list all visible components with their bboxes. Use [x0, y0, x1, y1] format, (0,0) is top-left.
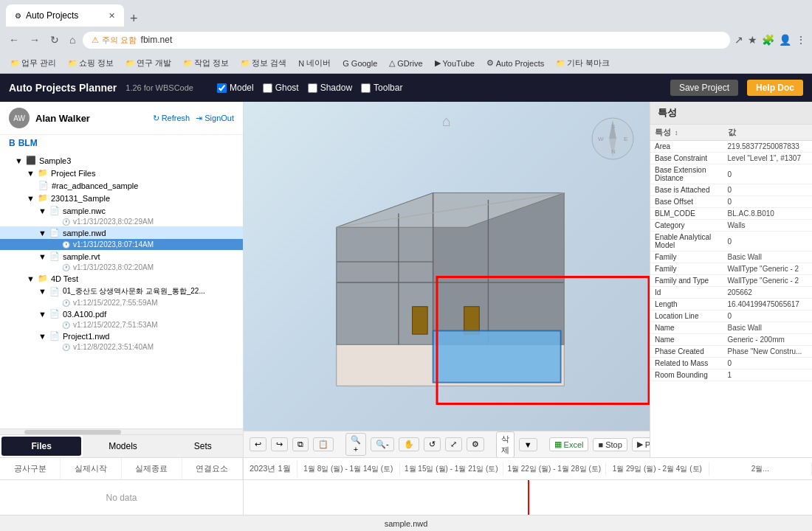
play-button[interactable]: ▶ Play: [632, 437, 650, 451]
sign-out-button[interactable]: ⇥ SignOut: [196, 114, 234, 123]
settings-button[interactable]: ⚙: [467, 437, 484, 451]
tree-item-sample-rvt[interactable]: ▼ 📄 sample.rvt: [0, 250, 243, 263]
tree-item-project1[interactable]: ▼ 📄 Project1.nwd: [0, 330, 243, 342]
compass: S N W E: [591, 117, 635, 161]
tab-sets[interactable]: Sets: [163, 435, 243, 457]
expand-icon: ▼: [15, 156, 23, 165]
undo-button[interactable]: ↩: [250, 437, 266, 451]
toolbar-checkbox[interactable]: Toolbar: [361, 83, 402, 93]
property-value: Generic - 200mm: [723, 334, 812, 346]
property-value: 0: [723, 184, 812, 196]
bookmark-button[interactable]: ★: [748, 34, 757, 46]
sort-icon: ↕: [675, 129, 678, 136]
main-content: AW Alan Walker ↻ Refresh ⇥ SignOut B BLM…: [0, 102, 812, 457]
timeline-col-construction: 공사구분: [0, 458, 61, 479]
home-icon[interactable]: ⌂: [442, 113, 451, 130]
ghost-checkbox[interactable]: Ghost: [263, 83, 299, 93]
excel-button[interactable]: ▦ Excel: [549, 437, 589, 451]
paste-button[interactable]: 📋: [313, 437, 334, 451]
bookmark-업무관리[interactable]: 📁 업무 관리: [6, 56, 61, 70]
bookmark-youtube[interactable]: ▶ YouTube: [430, 57, 479, 69]
address-input[interactable]: ⚠ 주의 요함 fbim.net: [83, 32, 730, 49]
property-name: BLM_CODE: [650, 208, 723, 220]
bookmark-autoprojects[interactable]: ⚙ Auto Projects: [482, 57, 548, 69]
reload-button[interactable]: ↻: [47, 32, 62, 47]
tree-item-sample3[interactable]: ▼ ⬛ Sample3: [0, 154, 243, 167]
tree-item-sample-nwd[interactable]: ▼ 📄 sample.nwd: [0, 226, 243, 239]
bookmark-naver[interactable]: N 네이버: [294, 56, 335, 70]
tab-title: Auto Projects: [26, 10, 104, 21]
tree-item-4d-test[interactable]: ▼ 📁 4D Test: [0, 272, 243, 285]
model-checkbox[interactable]: Model: [217, 83, 254, 93]
building-3d: [258, 124, 642, 420]
zoom-in-button[interactable]: 🔍+: [345, 433, 366, 456]
prop-col-value: 값: [723, 125, 812, 141]
pan-button[interactable]: ✋: [399, 437, 419, 451]
menu-button[interactable]: ⋮: [796, 34, 806, 46]
delete-dropdown-button[interactable]: ▼: [519, 438, 537, 451]
shadow-checkbox[interactable]: Shadow: [308, 83, 352, 93]
clock-icon: 🕐: [62, 322, 70, 329]
back-button[interactable]: ←: [6, 32, 22, 47]
file-icon: 📄: [49, 309, 60, 319]
tree-item-03-file[interactable]: ▼ 📄 03.A100.pdf: [0, 308, 243, 320]
app-title: Auto Projects Planner: [9, 82, 117, 94]
property-name: Base Extension Distance: [650, 164, 723, 184]
redo-button[interactable]: ↪: [271, 437, 288, 451]
folder-icon: 📁: [38, 274, 48, 283]
stop-button[interactable]: ■ Stop: [593, 438, 627, 451]
help-doc-button[interactable]: Help Doc: [747, 80, 803, 96]
svg-text:S: S: [611, 123, 615, 130]
tree-item-rac[interactable]: 📄 #rac_adbanced_sample: [0, 179, 243, 192]
bookmark-작업정보[interactable]: 📁 작업 정보: [179, 56, 233, 70]
user-name: Alan Walker: [35, 113, 90, 124]
clock-icon: 🕐: [62, 299, 70, 307]
property-value: BL.AC.8.B010: [723, 208, 812, 220]
property-name: Enable Analytical Model: [650, 232, 723, 251]
property-value: WallType "Generic - 2: [723, 263, 812, 275]
copy-button[interactable]: ⧉: [292, 437, 309, 451]
prop-col-property: 특성 ↕: [650, 125, 723, 141]
home-button[interactable]: ⌂: [66, 32, 78, 47]
tab-files[interactable]: Files: [1, 437, 81, 456]
fit-button[interactable]: ⤢: [445, 437, 462, 451]
refresh-button[interactable]: ↻ Refresh: [153, 114, 190, 123]
timeline-year-label: 2023년 1월: [244, 460, 297, 477]
tree-item-230131[interactable]: ▼ 📁 230131_Sample: [0, 192, 243, 204]
timeline-date-2: 1월 15일 (월) - 1월 21일 (토): [400, 462, 503, 476]
tab-bar: ⚙ Auto Projects ✕ +: [0, 0, 812, 27]
bookmark-google[interactable]: G Google: [338, 58, 382, 69]
bookmark-other[interactable]: 📁 기타 북마크: [551, 56, 614, 70]
new-tab-button[interactable]: +: [124, 11, 144, 27]
tab-models[interactable]: Models: [83, 435, 162, 457]
save-project-button[interactable]: Save Project: [670, 80, 738, 96]
property-name: Family: [650, 251, 723, 263]
tree-item-project-files[interactable]: ▼ 📁 Project Files: [0, 167, 243, 179]
app-header: Auto Projects Planner 1.26 for WBSCode M…: [0, 74, 812, 102]
delete-button[interactable]: 삭제: [496, 431, 515, 458]
zoom-out-button[interactable]: 🔍-: [371, 437, 394, 451]
timeline-col-link: 연결요소: [182, 458, 243, 479]
svg-rect-10: [464, 307, 480, 334]
forward-button[interactable]: →: [27, 32, 43, 47]
tree-item-01-file[interactable]: ▼ 📄 01_중산도 상생역사문화 교육원_통합_22...: [0, 285, 243, 298]
active-tab[interactable]: ⚙ Auto Projects ✕: [6, 4, 124, 27]
bookmark-정보검색[interactable]: 📁 정보 검색: [236, 56, 291, 70]
scrollbar-thumb: [24, 430, 122, 434]
sidebar-horizontal-scrollbar[interactable]: [0, 428, 243, 434]
property-name: Area: [650, 141, 723, 153]
tree-item-sample-nwc[interactable]: ▼ 📄 sample.nwc: [0, 204, 243, 217]
clock-icon: 🕐: [62, 344, 70, 351]
expand-icon: ▼: [38, 229, 47, 237]
expand-icon: ▼: [38, 287, 47, 296]
profile-button[interactable]: 👤: [779, 34, 791, 46]
property-name: Base Offset: [650, 196, 723, 208]
svg-rect-9: [413, 307, 428, 334]
bookmark-쇼핑정보[interactable]: 📁 쇼핑 정보: [63, 56, 118, 70]
bookmark-연구개발[interactable]: 📁 연구 개발: [121, 56, 176, 70]
tab-close-button[interactable]: ✕: [109, 11, 115, 21]
rotate-button[interactable]: ↺: [424, 437, 441, 451]
bookmark-gdrive[interactable]: △ GDrive: [385, 57, 427, 69]
share-button[interactable]: ↗: [734, 34, 743, 46]
extensions-button[interactable]: 🧩: [762, 34, 774, 46]
